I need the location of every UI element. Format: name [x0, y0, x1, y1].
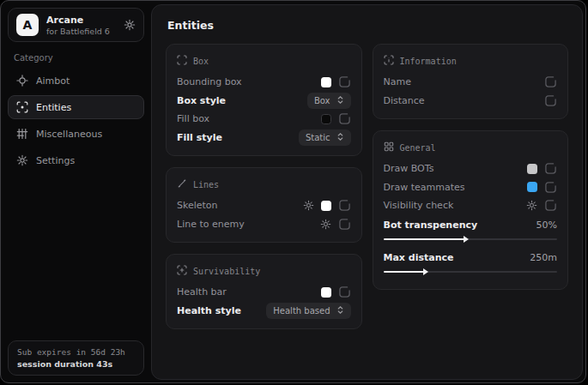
color-swatch[interactable] [321, 201, 331, 211]
visibility-check-row: Visibility check [384, 196, 558, 215]
card-title: Lines [193, 180, 219, 189]
category-label: Category [14, 53, 138, 63]
name-row: Name [384, 73, 558, 92]
line-icon [177, 178, 187, 190]
subscription-card: Sub expires in 56d 23h session duration … [8, 340, 144, 376]
slider-fill [384, 271, 426, 273]
general-card: General Draw BOTs Draw teammates [373, 130, 569, 290]
sub-expires-text: Sub expires in 56d 23h [17, 347, 135, 357]
app-header-card: A Arcane for Battlefield 6 [8, 8, 144, 42]
row-label: Health bar [177, 286, 227, 298]
health-cross-icon [177, 265, 187, 277]
app-subtitle: for Battlefield 6 [46, 27, 116, 36]
health-style-dropdown[interactable]: Health based [266, 303, 350, 319]
app-logo: A [16, 14, 39, 36]
max-distance-slider[interactable] [384, 271, 558, 273]
chevron-updown-icon [336, 132, 344, 143]
row-label: Name [384, 76, 411, 87]
information-card: Information Name Distance [373, 44, 569, 119]
row-label: Bounding box [177, 76, 242, 87]
row-label: Box style [177, 95, 226, 106]
row-label: Max distance [384, 252, 454, 263]
color-swatch[interactable] [321, 114, 331, 124]
gear-icon [16, 154, 28, 166]
sliders-icon [16, 128, 28, 140]
main-panel: Entities Box Bounding box [151, 4, 583, 380]
checkbox[interactable] [338, 75, 351, 88]
checkbox[interactable] [338, 199, 351, 212]
checkbox[interactable] [544, 199, 557, 212]
sidebar: A Arcane for Battlefield 6 Category Aimb [1, 1, 151, 382]
row-label: Fill style [177, 132, 222, 143]
dropdown-value: Box [314, 96, 330, 105]
box-corners-icon [177, 55, 187, 67]
row-label: Distance [384, 95, 425, 106]
app-meta: Arcane for Battlefield 6 [46, 15, 116, 36]
crosshair-icon [16, 75, 28, 87]
box-style-dropdown[interactable]: Box [307, 93, 351, 109]
app-name: Arcane [46, 15, 116, 26]
box-card: Box Bounding box Box style [166, 44, 362, 156]
bot-transparency-slider[interactable] [384, 238, 558, 240]
dropdown-value: Health based [273, 306, 330, 316]
sidebar-item-label: Settings [36, 155, 75, 166]
line-to-enemy-row: Line to enemy [177, 215, 351, 234]
information-card-header: Information [384, 55, 558, 67]
session-duration-text: session duration 43s [17, 359, 135, 369]
card-title: Information [400, 57, 457, 66]
general-card-header: General [384, 141, 558, 153]
color-swatch[interactable] [321, 287, 331, 298]
grid-icon [384, 141, 394, 153]
lines-card-header: Lines [177, 178, 351, 190]
gear-icon[interactable] [124, 19, 136, 31]
checkbox[interactable] [338, 218, 351, 231]
fill-style-row: Fill style Static [177, 129, 351, 147]
row-label: Visibility check [384, 200, 454, 211]
survivability-card-header: Survivability [177, 265, 351, 277]
gear-icon[interactable] [320, 219, 331, 230]
checkbox[interactable] [338, 286, 351, 298]
sidebar-item-settings[interactable]: Settings [8, 148, 144, 172]
checkbox[interactable] [544, 94, 557, 107]
gear-icon[interactable] [526, 200, 537, 211]
sidebar-item-aimbot[interactable]: Aimbot [8, 69, 144, 93]
row-label: Bot transpenency [384, 220, 478, 231]
lines-card: Lines Skeleton [166, 167, 362, 243]
row-label: Health style [177, 305, 241, 316]
bounding-box-row: Bounding box [177, 73, 351, 92]
row-label: Line to enemy [177, 219, 245, 230]
bot-transparency-row: Bot transpenency 50% [384, 215, 558, 248]
row-label: Draw teammates [384, 182, 465, 193]
gear-icon[interactable] [303, 200, 314, 211]
card-title: Survivability [193, 267, 260, 276]
fill-box-row: Fill box [177, 110, 351, 129]
slider-value: 250m [530, 252, 557, 263]
color-swatch[interactable] [527, 164, 537, 174]
info-scan-icon [384, 55, 394, 67]
sidebar-item-label: Entities [36, 102, 71, 113]
color-swatch[interactable] [321, 77, 331, 87]
sidebar-item-miscellaneous[interactable]: Miscellaneous [8, 122, 144, 146]
max-distance-row: Max distance 250m [384, 248, 558, 280]
draw-bots-row: Draw BOTs [384, 159, 558, 178]
checkbox[interactable] [544, 75, 557, 88]
sidebar-item-label: Miscellaneous [36, 129, 102, 140]
color-swatch[interactable] [527, 182, 537, 192]
fill-style-dropdown[interactable]: Static [299, 129, 351, 146]
checkbox[interactable] [338, 112, 351, 125]
checkbox[interactable] [544, 162, 557, 175]
sidebar-item-label: Aimbot [36, 75, 70, 87]
row-label: Draw BOTs [384, 163, 434, 174]
chevron-updown-icon [336, 305, 344, 316]
row-label: Fill box [177, 113, 209, 124]
chevron-updown-icon [336, 95, 344, 106]
skeleton-row: Skeleton [177, 196, 351, 215]
slider-value: 50% [536, 220, 557, 231]
right-column: Information Name Distance [373, 44, 569, 340]
card-title: Box [193, 57, 209, 66]
app-window: A Arcane for Battlefield 6 Category Aimb [0, 0, 586, 383]
checkbox[interactable] [544, 181, 557, 194]
sidebar-item-entities[interactable]: Entities [8, 95, 144, 119]
row-label: Skeleton [177, 200, 218, 211]
survivability-card: Survivability Health bar Health style [166, 254, 362, 329]
